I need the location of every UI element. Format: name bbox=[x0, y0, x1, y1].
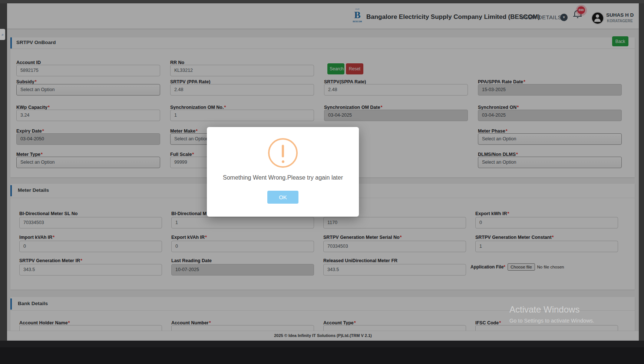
warning-icon-dot bbox=[282, 160, 284, 163]
warning-icon-bar bbox=[282, 145, 284, 157]
error-dialog: Something Went Wrong.Please try again la… bbox=[207, 127, 359, 217]
taskbar: Search ✂ T O ENG IN 18:15 29-08-2025 bbox=[0, 347, 644, 364]
sidebar-search-toggle[interactable]: ⌕ bbox=[0, 29, 5, 40]
search-icon: ⌕ bbox=[1, 32, 4, 37]
ok-button[interactable]: OK bbox=[267, 191, 298, 204]
window-top-edge bbox=[0, 0, 644, 3]
activate-windows-watermark: Activate Windows Go to Settings to activ… bbox=[509, 304, 594, 324]
error-message: Something Went Wrong.Please try again la… bbox=[207, 174, 359, 181]
